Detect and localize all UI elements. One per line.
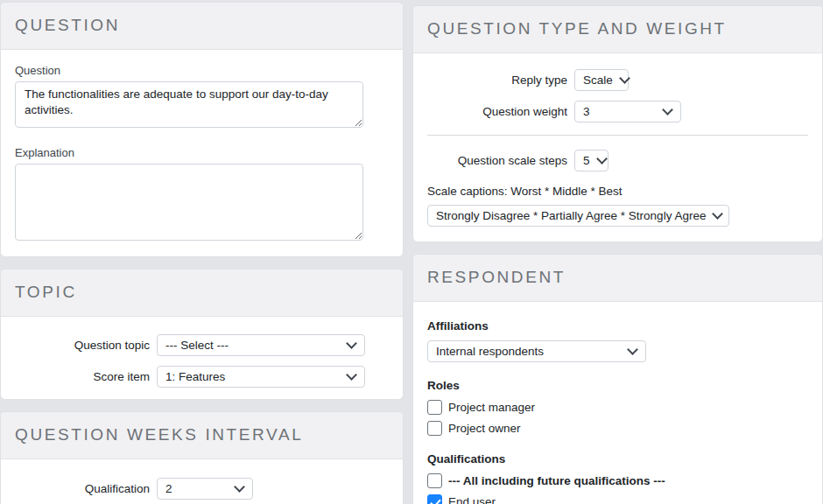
right-column: QUESTION TYPE AND WEIGHT Reply type Scal…: [412, 0, 823, 504]
respondent-panel-header: RESPONDENT: [413, 255, 822, 302]
weeks-interval-panel-title: QUESTION WEEKS INTERVAL: [15, 425, 389, 444]
question-weight-row: Question weight 3: [427, 101, 808, 122]
role-project-owner-checkbox[interactable]: [427, 421, 442, 436]
question-topic-row: Question topic --- Select ---: [15, 334, 389, 356]
scale-steps-label: Question scale steps: [427, 154, 567, 167]
topic-panel-body: Question topic --- Select --- Score item…: [1, 317, 403, 399]
respondent-panel-title: RESPONDENT: [427, 268, 808, 287]
question-panel-body: Question The functionalities are adequat…: [1, 50, 403, 256]
role-project-manager-label: Project manager: [448, 401, 535, 414]
question-topic-label: Question topic: [15, 339, 150, 352]
question-weight-label: Question weight: [427, 105, 567, 118]
question-topic-selected-value: --- Select ---: [165, 339, 229, 352]
chevron-down-icon: [713, 208, 724, 220]
question-panel-title: QUESTION: [15, 16, 389, 35]
role-project-owner-row[interactable]: Project owner: [427, 421, 808, 436]
role-project-owner-label: Project owner: [448, 422, 521, 435]
reply-type-row: Reply type Scale: [427, 69, 808, 91]
respondent-panel-body: Affiliations Internal respondents Roles …: [413, 302, 822, 504]
scale-captions-select[interactable]: Strongly Disagree * Partially Agree * St…: [427, 205, 729, 227]
question-panel: QUESTION Question The functionalities ar…: [0, 2, 404, 257]
weeks-interval-panel: QUESTION WEEKS INTERVAL Qualification 2: [0, 411, 404, 504]
topic-panel-title: TOPIC: [15, 283, 389, 302]
qualification-all-checkbox[interactable]: [427, 473, 442, 488]
question-weight-select[interactable]: 3: [574, 101, 681, 122]
chevron-down-icon: [662, 104, 673, 116]
scale-steps-select[interactable]: 5: [574, 150, 608, 172]
chevron-down-icon: [627, 344, 638, 355]
chevron-down-icon: [346, 369, 357, 381]
type-weight-panel-body: Reply type Scale Question weight 3 Ques: [413, 53, 822, 242]
score-item-label: Score item: [15, 370, 150, 383]
explanation-field-label: Explanation: [15, 146, 389, 159]
topic-panel: TOPIC Question topic --- Select --- Scor…: [0, 269, 404, 400]
chevron-down-icon: [234, 481, 245, 493]
roles-group: Roles Project manager Project owner: [427, 379, 808, 436]
question-editor-page: QUESTION Question The functionalities ar…: [0, 0, 823, 504]
question-field-label: Question: [15, 64, 389, 77]
reply-type-select[interactable]: Scale: [574, 69, 629, 91]
score-item-row: Score item 1: Features: [15, 366, 389, 388]
type-weight-panel: QUESTION TYPE AND WEIGHT Reply type Scal…: [412, 5, 823, 242]
qualification-end-user-row[interactable]: End user: [427, 494, 808, 504]
chevron-down-icon: [619, 73, 630, 84]
role-project-manager-checkbox[interactable]: [427, 400, 442, 415]
score-item-selected-value: 1: Features: [165, 370, 225, 383]
topic-panel-header: TOPIC: [1, 270, 403, 317]
affiliations-select[interactable]: Internal respondents: [427, 340, 646, 362]
type-weight-panel-title: QUESTION TYPE AND WEIGHT: [427, 19, 808, 38]
scale-captions-selected-value: Strongly Disagree * Partially Agree * St…: [436, 209, 706, 222]
scale-captions-label: Scale captions: Worst * Middle * Best: [427, 185, 808, 198]
role-project-manager-row[interactable]: Project manager: [427, 400, 808, 415]
reply-type-label: Reply type: [427, 74, 567, 87]
weeks-interval-panel-body: Qualification 2: [1, 459, 403, 504]
question-topic-select[interactable]: --- Select ---: [157, 334, 365, 356]
qualifications-label: Qualifications: [427, 452, 808, 466]
scale-steps-selected-value: 5: [583, 154, 590, 167]
affiliations-selected-value: Internal respondents: [436, 345, 544, 358]
chevron-down-icon: [596, 153, 608, 164]
weeks-interval-panel-header: QUESTION WEEKS INTERVAL: [1, 412, 403, 459]
affiliations-label: Affiliations: [427, 319, 808, 332]
qualification-row: Qualification 2: [15, 478, 389, 500]
left-column: QUESTION Question The functionalities ar…: [0, 0, 404, 504]
qualifications-group: Qualifications --- All including future …: [427, 452, 808, 504]
qualification-all-label: --- All including future qualifications …: [448, 474, 665, 487]
type-weight-panel-header: QUESTION TYPE AND WEIGHT: [413, 6, 822, 53]
question-panel-header: QUESTION: [1, 3, 403, 50]
question-textarea[interactable]: The functionalities are adequate to supp…: [15, 81, 363, 128]
scale-steps-row: Question scale steps 5: [427, 150, 808, 172]
chevron-down-icon: [346, 338, 357, 349]
qualification-all-row[interactable]: --- All including future qualifications …: [427, 473, 808, 488]
qualification-label: Qualification: [15, 482, 150, 495]
qualification-select[interactable]: 2: [157, 478, 253, 500]
respondent-panel: RESPONDENT Affiliations Internal respond…: [412, 254, 823, 504]
qualification-end-user-label: End user: [448, 495, 496, 504]
roles-label: Roles: [427, 379, 808, 392]
qualification-selected-value: 2: [165, 482, 172, 495]
section-divider: [427, 135, 808, 136]
reply-type-selected-value: Scale: [583, 74, 613, 87]
affiliations-group: Affiliations Internal respondents: [427, 319, 808, 362]
qualification-end-user-checkbox[interactable]: [427, 494, 442, 504]
explanation-textarea[interactable]: [15, 164, 363, 241]
score-item-select[interactable]: 1: Features: [157, 366, 365, 388]
question-weight-selected-value: 3: [583, 105, 590, 118]
